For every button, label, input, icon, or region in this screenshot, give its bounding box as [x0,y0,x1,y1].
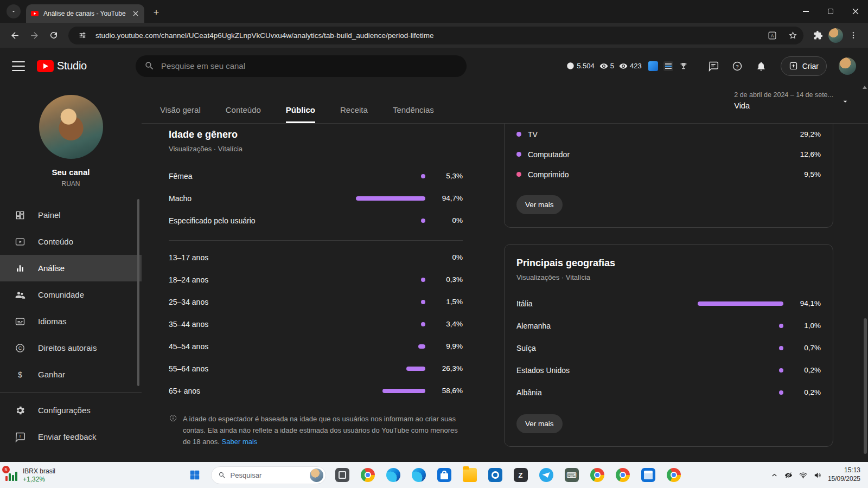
studio-search-input[interactable] [161,61,458,70]
trophy-icon[interactable] [679,61,688,71]
sidebar-item-conteudo[interactable]: Conteúdo [0,228,142,255]
tray-status-icon[interactable] [784,471,793,480]
studio-header: Studio 5.504 5 423 [0,48,868,84]
wifi-icon[interactable] [799,471,808,480]
bar [421,219,425,223]
svg-text:A: A [770,33,774,38]
bar-track [356,196,425,201]
date-period-label: Vida [734,101,833,110]
list-badge-icon[interactable] [663,61,673,71]
blue-badge-icon[interactable] [648,61,658,71]
taskbar-icon-window[interactable] [333,466,352,484]
taskbar-icon-chrome-active[interactable] [665,466,683,484]
age-row: 18–24 anos 0,3% [169,268,463,291]
taskbar-icon-outlook[interactable] [486,466,505,484]
analytics-icon [14,263,26,274]
row-value: 5,3% [433,172,463,180]
channel-avatar[interactable] [39,95,103,159]
tray-chevron-up-icon[interactable] [770,471,778,479]
taskbar-icon-store[interactable] [435,466,454,484]
browser-tab[interactable]: Análise de canais - YouTube Stu [26,4,144,23]
card-title: Principais geografias [516,258,821,269]
translate-icon[interactable]: A [764,28,780,43]
taskbar-icon-chrome[interactable] [359,466,377,484]
extensions-icon[interactable] [809,26,827,44]
tab-visao-geral[interactable]: Visão geral [160,105,201,123]
sidebar-item-enviar-feedback[interactable]: ! Enviar feedback [0,423,142,450]
sidebar-item-idiomas[interactable]: Idiomas [0,308,142,335]
age-rows: 13–17 anos 0% 18–24 anos 0,3% 25–34 anos [169,246,463,402]
copyright-icon: C [14,343,26,354]
account-avatar[interactable] [839,57,856,75]
taskbar-clock[interactable]: 15:13 15/09/2025 [828,466,865,483]
minimize-button[interactable] [793,0,818,23]
taskbar-widget[interactable]: 5 IBRX brasil +1,32% [4,467,55,483]
browser-menu-icon[interactable] [844,26,863,44]
bar [779,346,783,350]
tab-receita[interactable]: Receita [340,105,368,123]
create-button[interactable]: Criar [781,56,827,76]
card-title: Idade e gênero [169,129,463,140]
close-button[interactable] [843,0,868,23]
sidebar-item-configuracoes[interactable]: Configurações [0,397,142,423]
taskbar-search[interactable] [211,466,326,484]
sidebar-item-painel[interactable]: Painel [0,202,142,228]
new-tab-button[interactable]: + [149,5,164,20]
tab-publico[interactable]: Público [286,105,315,123]
tab-conteudo[interactable]: Conteúdo [226,105,261,123]
youtube-play-icon [37,60,54,72]
reload-button[interactable] [44,26,63,44]
sidebar-nav: Painel Conteúdo Análise [0,202,142,450]
bar [382,389,425,393]
taskbar-icon-chrome-2[interactable] [588,466,607,484]
back-button[interactable] [5,26,24,44]
taskbar-icon-chrome-3[interactable] [614,466,632,484]
help-icon[interactable]: ? [726,55,748,77]
comments-icon[interactable] [703,55,724,77]
tab-search-button[interactable] [7,4,21,18]
address-bar[interactable]: studio.youtube.com/channel/UCeat4p6UgkZL… [68,27,803,44]
taskbar-search-input[interactable] [231,471,305,479]
scrollbar-up-arrow[interactable] [863,86,867,89]
row-value: 9,9% [433,342,463,350]
sidebar-item-analise[interactable]: Análise [0,255,142,281]
taskbar-icon-edge-round[interactable] [384,466,403,484]
youtube-studio-logo[interactable]: Studio [37,60,87,72]
taskbar-icon-telegram[interactable] [537,466,556,484]
sidebar-item-ganhar[interactable]: $ Ganhar [0,361,142,388]
studio-search[interactable] [136,55,467,77]
row-value: 3,4% [433,320,463,328]
tab-tendencias[interactable]: Tendências [393,105,434,123]
forward-button[interactable] [25,26,43,44]
taskbar-icon-keyboard-app[interactable]: ⌨ [563,466,581,484]
taskbar-icon-edge[interactable] [410,466,428,484]
start-button[interactable] [186,466,204,484]
chevron-down-icon[interactable] [841,97,850,106]
stat-views-small: 5 [599,62,614,70]
date-range-selector[interactable]: 2 de abril de 2024 – 14 de sete... Vida [734,91,833,110]
browser-profile-avatar[interactable] [828,28,843,43]
row-value: 29,2% [791,130,821,138]
info-icon [169,414,177,447]
taskbar-icon-folder[interactable] [461,466,479,484]
age-note: A idade do espectador é baseada na idade… [169,414,463,447]
learn-more-link[interactable]: Saber mais [222,438,258,446]
page-scrollbar[interactable] [864,318,867,454]
see-more-button[interactable]: Ver mais [516,195,563,214]
volume-icon[interactable] [813,471,822,480]
sidebar-item-comunidade[interactable]: Comunidade [0,281,142,308]
tab-close-icon[interactable] [131,9,140,18]
card-subtitle: Visualizações · Vitalícia [516,273,821,281]
bar [779,390,783,395]
sidebar-scrollbar[interactable] [137,199,139,386]
taskbar-icon-calculator[interactable] [639,466,658,484]
maximize-button[interactable] [818,0,843,23]
svg-text:!: ! [20,434,21,439]
bookmark-star-icon[interactable] [785,28,800,43]
see-more-button[interactable]: Ver mais [516,414,563,433]
site-info-icon[interactable] [75,28,90,43]
sidebar-item-direitos-autorais[interactable]: C Direitos autorais [0,335,142,361]
notifications-bell-icon[interactable] [750,55,772,77]
hamburger-menu-icon[interactable] [12,61,25,71]
taskbar-icon-dark-app[interactable]: Z [512,466,530,484]
